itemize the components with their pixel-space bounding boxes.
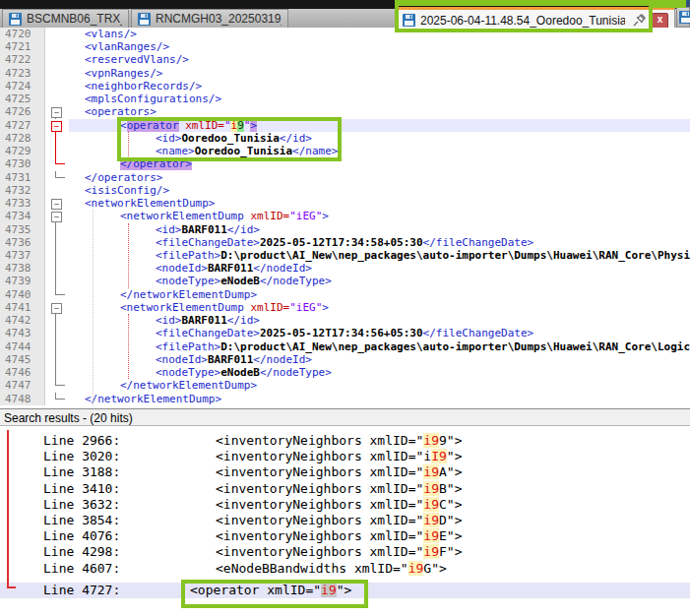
tab-1[interactable]: BSCMNB06_TRX_.xml bbox=[2, 9, 129, 28]
fold-collapse-icon[interactable]: − bbox=[51, 121, 62, 132]
fold-collapse-icon[interactable]: − bbox=[51, 107, 62, 118]
close-icon[interactable]: x bbox=[652, 13, 668, 29]
fold-margin[interactable]: − bbox=[45, 301, 69, 314]
tab-2[interactable]: RNCMGH03_20250319_All.xml bbox=[131, 9, 288, 28]
match-highlight: i9 bbox=[423, 544, 439, 559]
editor-line-4726[interactable]: 4726−<operators> bbox=[0, 105, 690, 118]
fold-collapse-icon[interactable]: − bbox=[51, 212, 62, 222]
search-result-row[interactable]: Line 2966:<inventoryNeighbors xmlID="i99… bbox=[0, 433, 690, 449]
line-number: 4741 bbox=[0, 301, 45, 314]
search-result-row[interactable]: Line 4607:<eNodeBBandwidths xmlID="i9G"> bbox=[0, 561, 690, 577]
editor-line-4728[interactable]: 4728<id>Ooredoo_Tunisia</id> bbox=[0, 132, 690, 145]
editor-line-4733[interactable]: 4733−<networkElementDump> bbox=[0, 197, 690, 210]
line-number: 4747 bbox=[0, 379, 45, 392]
tab-label: RNCMGH03_20250319_All.xml bbox=[156, 12, 282, 26]
editor-line-4731[interactable]: 4731</operators> bbox=[0, 171, 690, 184]
line-number: 4738 bbox=[0, 262, 45, 275]
editor-line-4742[interactable]: 4742<id>BARF011</id> bbox=[0, 314, 690, 327]
editor-line-4727[interactable]: 4727−<operator xmlID="i9"> bbox=[0, 119, 690, 132]
fold-margin bbox=[45, 80, 69, 92]
match-highlight: i9 bbox=[423, 528, 439, 543]
editor-line-4735[interactable]: 4735<id>BARF011</id> bbox=[0, 223, 690, 236]
search-result-row[interactable]: Line 3020:<inventoryNeighbors xmlID="iI9… bbox=[0, 449, 690, 464]
fold-margin bbox=[45, 379, 69, 392]
code-text: <operator xmlID="i9"> bbox=[69, 119, 690, 132]
search-results-title: Search results - (20 hits) bbox=[0, 408, 690, 426]
fold-margin[interactable]: − bbox=[45, 197, 69, 210]
editor-line-4729[interactable]: 4729<name>Ooredoo_Tunisia</name> bbox=[0, 145, 690, 157]
result-text: <inventoryNeighbors xmlID="i9C"> bbox=[216, 497, 462, 512]
editor-line-4736[interactable]: 4736<fileChangeDate>2025-05-12T17:34:58+… bbox=[0, 236, 690, 249]
code-text: <filePath>D:\product\AI_New\nep_packages… bbox=[69, 249, 690, 262]
search-result-row[interactable]: Line 4076:<inventoryNeighbors xmlID="i9E… bbox=[0, 528, 690, 544]
result-text: <eNodeBBandwidths xmlID="i9G"> bbox=[216, 561, 447, 576]
pin-icon[interactable] bbox=[632, 13, 647, 28]
search-result-row[interactable]: Line 3188:<inventoryNeighbors xmlID="i9A… bbox=[0, 464, 690, 480]
code-editor[interactable]: 4720<vlans/>4721<vlanRanges/>4722<reserv… bbox=[0, 28, 690, 405]
code-text: <vpnRanges/> bbox=[69, 67, 690, 80]
fold-line bbox=[55, 145, 56, 157]
result-line-number: Line 4076: bbox=[43, 528, 201, 544]
fold-line bbox=[55, 275, 56, 287]
editor-line-4732[interactable]: 4732<isisConfig/> bbox=[0, 184, 690, 197]
search-result-row[interactable]: Line 3854:<inventoryNeighbors xmlID="i9D… bbox=[0, 513, 690, 528]
fold-line bbox=[55, 132, 56, 145]
editor-line-4740[interactable]: 4740</networkElementDump> bbox=[0, 288, 690, 301]
line-number: 4734 bbox=[0, 210, 45, 222]
code-text: <id>BARF011</id> bbox=[69, 314, 690, 327]
result-text: <inventoryNeighbors xmlID="i9E"> bbox=[216, 528, 462, 543]
result-line-number: Line 3020: bbox=[43, 449, 201, 464]
editor-line-4734[interactable]: 4734−<networkElementDump xmlID="iEG"> bbox=[0, 210, 690, 222]
fold-margin bbox=[45, 67, 69, 80]
search-result-row[interactable]: Line 4727:<operator xmlID="i9"> bbox=[0, 583, 690, 598]
fold-margin[interactable]: − bbox=[45, 105, 69, 118]
editor-line-4721[interactable]: 4721<vlanRanges/> bbox=[0, 40, 690, 53]
partial-tab[interactable] bbox=[676, 7, 690, 28]
fold-margin[interactable]: − bbox=[45, 210, 69, 222]
result-text: <inventoryNeighbors xmlID="i9A"> bbox=[216, 464, 462, 479]
fold-margin bbox=[45, 171, 69, 184]
editor-line-4744[interactable]: 4744<filePath>D:\product\AI_New\nep_pack… bbox=[0, 340, 690, 353]
editor-line-4724[interactable]: 4724<neighborRecords/> bbox=[0, 80, 690, 92]
editor-line-4745[interactable]: 4745<nodeId>BARF011</nodeId> bbox=[0, 353, 690, 366]
editor-line-4741[interactable]: 4741−<networkElementDump xmlID="iEG"> bbox=[0, 301, 690, 314]
editor-line-4747[interactable]: 4747</networkElementDump> bbox=[0, 379, 690, 392]
code-text: <networkElementDump xmlID="iEG"> bbox=[69, 301, 690, 314]
search-result-row[interactable]: Line 3410:<inventoryNeighbors xmlID="i9B… bbox=[0, 481, 690, 497]
editor-line-4730[interactable]: 4730</operator> bbox=[0, 157, 690, 170]
match-highlight: i9 bbox=[408, 561, 424, 576]
fold-margin[interactable]: − bbox=[45, 119, 69, 132]
editor-line-4725[interactable]: 4725<mplsConfigurations/> bbox=[0, 92, 690, 105]
editor-line-4737[interactable]: 4737<filePath>D:\product\AI_New\nep_pack… bbox=[0, 249, 690, 262]
editor-line-4748[interactable]: 4748</networkElementDump> bbox=[0, 393, 690, 405]
result-line-number: Line 2966: bbox=[43, 433, 201, 449]
search-results-list[interactable]: Line 2966:<inventoryNeighbors xmlID="i99… bbox=[0, 428, 690, 616]
annotation-strip bbox=[650, 0, 686, 8]
fold-margin bbox=[45, 92, 69, 105]
fold-margin bbox=[45, 40, 69, 53]
result-text: <inventoryNeighbors xmlID="i99"> bbox=[216, 433, 462, 448]
result-text: <inventoryNeighbors xmlID="i9F"> bbox=[216, 544, 462, 559]
fold-line bbox=[55, 340, 56, 353]
fold-line bbox=[55, 353, 56, 366]
search-result-row[interactable]: Line 4298:<inventoryNeighbors xmlID="i9F… bbox=[0, 544, 690, 560]
match-highlight: i9 bbox=[423, 481, 439, 496]
editor-line-4739[interactable]: 4739<nodeType>eNodeB</nodeType> bbox=[0, 275, 690, 287]
editor-line-4720[interactable]: 4720<vlans/> bbox=[0, 28, 690, 40]
line-number: 4726 bbox=[0, 105, 45, 118]
code-text: <operators> bbox=[69, 105, 690, 118]
editor-line-4743[interactable]: 4743<fileChangeDate>2025-05-12T17:34:56+… bbox=[0, 327, 690, 339]
code-text: <networkElementDump xmlID="iEG"> bbox=[69, 210, 690, 222]
editor-line-4738[interactable]: 4738<nodeId>BARF011</nodeId> bbox=[0, 262, 690, 275]
line-number: 4730 bbox=[0, 157, 45, 170]
code-text: <filePath>D:\product\AI_New\nep_packages… bbox=[69, 340, 690, 353]
search-result-row[interactable]: Line 3632:<inventoryNeighbors xmlID="i9C… bbox=[0, 497, 690, 513]
code-text: <nodeId>BARF011</nodeId> bbox=[69, 353, 690, 366]
code-text: </operator> bbox=[69, 157, 690, 170]
fold-margin bbox=[45, 275, 69, 287]
editor-line-4723[interactable]: 4723<vpnRanges/> bbox=[0, 67, 690, 80]
editor-line-4746[interactable]: 4746<nodeType>eNodeB</nodeType> bbox=[0, 366, 690, 379]
editor-line-4722[interactable]: 4722<reservedVlans/> bbox=[0, 53, 690, 66]
fold-collapse-icon[interactable]: − bbox=[51, 199, 62, 210]
fold-collapse-icon[interactable]: − bbox=[51, 303, 62, 314]
